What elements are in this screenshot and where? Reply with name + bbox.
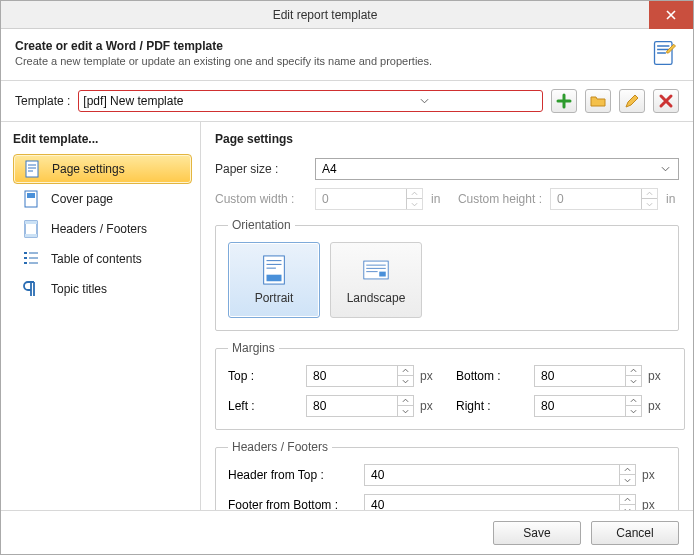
sidebar-item-page-settings[interactable]: Page settings — [13, 154, 192, 184]
step-up-icon[interactable] — [398, 396, 413, 406]
footer-from-bottom-value: 40 — [365, 498, 619, 510]
close-button[interactable] — [649, 1, 693, 29]
save-button[interactable]: Save — [493, 521, 581, 545]
add-template-button[interactable] — [551, 89, 577, 113]
step-down-icon — [407, 199, 422, 209]
sidebar-item-headers-footers[interactable]: Headers / Footers — [13, 214, 192, 244]
toc-icon — [21, 249, 41, 269]
template-combobox[interactable]: [pdf] New template — [78, 90, 543, 112]
margin-right-label: Right : — [456, 399, 528, 413]
svg-rect-8 — [267, 275, 282, 282]
unit-px: px — [420, 399, 444, 413]
step-down-icon[interactable] — [626, 406, 641, 416]
hf-legend: Headers / Footers — [228, 440, 332, 454]
margin-bottom-value: 80 — [535, 369, 625, 383]
close-icon — [666, 10, 676, 20]
stepper-buttons — [406, 189, 422, 209]
step-down-icon[interactable] — [398, 406, 413, 416]
sidebar-item-topic-titles[interactable]: Topic titles — [13, 274, 192, 304]
step-up-icon — [642, 189, 657, 199]
unit-px: px — [648, 369, 672, 383]
sidebar-title: Edit template... — [13, 132, 192, 146]
open-folder-button[interactable] — [585, 89, 611, 113]
paper-size-row: Paper size : A4 — [215, 158, 679, 180]
window-title: Edit report template — [1, 8, 649, 22]
step-up-icon[interactable] — [626, 366, 641, 376]
svg-rect-5 — [25, 221, 37, 224]
margin-left-label: Left : — [228, 399, 300, 413]
orientation-portrait[interactable]: Portrait — [228, 242, 320, 318]
orientation-portrait-label: Portrait — [255, 291, 294, 305]
custom-width-label: Custom width : — [215, 192, 307, 206]
stepper-buttons — [641, 189, 657, 209]
chevron-down-icon — [311, 98, 538, 104]
sidebar-item-label: Page settings — [52, 162, 125, 176]
step-down-icon[interactable] — [398, 376, 413, 386]
unit-px: px — [648, 399, 672, 413]
content-title: Page settings — [215, 132, 679, 146]
paper-size-label: Paper size : — [215, 162, 307, 176]
header-subtitle: Create a new template or update an exist… — [15, 55, 641, 67]
step-down-icon[interactable] — [620, 475, 635, 485]
margin-top-label: Top : — [228, 369, 300, 383]
paper-size-select[interactable]: A4 — [315, 158, 679, 180]
page-icon — [22, 159, 42, 179]
sidebar-item-label: Topic titles — [51, 282, 107, 296]
custom-height-stepper: 0 — [550, 188, 658, 210]
margin-top-value: 80 — [307, 369, 397, 383]
headers-footers-fieldset: Headers / Footers Header from Top : 40 p… — [215, 440, 679, 510]
cancel-button[interactable]: Cancel — [591, 521, 679, 545]
custom-size-row: Custom width : 0 in Custom height : 0 in — [215, 188, 679, 210]
pencil-icon — [624, 93, 640, 109]
step-up-icon[interactable] — [398, 366, 413, 376]
sidebar-item-label: Table of contents — [51, 252, 142, 266]
unit-px: px — [420, 369, 444, 383]
template-label: Template : — [15, 94, 70, 108]
custom-width-stepper: 0 — [315, 188, 423, 210]
custom-height-unit: in — [666, 192, 675, 206]
unit-px: px — [642, 468, 666, 482]
cover-icon — [21, 189, 41, 209]
margin-left-value: 80 — [307, 399, 397, 413]
edit-template-button[interactable] — [619, 89, 645, 113]
orientation-landscape-label: Landscape — [347, 291, 406, 305]
x-icon — [658, 93, 674, 109]
sidebar-item-toc[interactable]: Table of contents — [13, 244, 192, 274]
step-up-icon[interactable] — [620, 465, 635, 475]
margin-bottom-label: Bottom : — [456, 369, 528, 383]
svg-rect-6 — [25, 234, 37, 237]
custom-width-unit: in — [431, 192, 440, 206]
pilcrow-icon — [21, 279, 41, 299]
header-from-top-label: Header from Top : — [228, 468, 358, 482]
sidebar: Edit template... Page settings Cover pag… — [1, 122, 201, 510]
delete-template-button[interactable] — [653, 89, 679, 113]
titlebar: Edit report template — [1, 1, 693, 29]
step-up-icon[interactable] — [626, 396, 641, 406]
svg-rect-10 — [379, 272, 386, 277]
margins-legend: Margins — [228, 341, 279, 355]
folder-icon — [590, 93, 606, 109]
svg-rect-1 — [26, 161, 38, 177]
margin-left-stepper[interactable]: 80 — [306, 395, 414, 417]
margin-bottom-stepper[interactable]: 80 — [534, 365, 642, 387]
step-down-icon[interactable] — [626, 376, 641, 386]
unit-px: px — [642, 498, 666, 510]
step-up-icon[interactable] — [620, 495, 635, 505]
sidebar-item-label: Headers / Footers — [51, 222, 147, 236]
margins-fieldset: Margins Top : 80 px Bottom : 80 px Left … — [215, 341, 685, 430]
portrait-icon — [261, 255, 287, 285]
chevron-down-icon — [658, 166, 672, 172]
margin-top-stepper[interactable]: 80 — [306, 365, 414, 387]
header-from-top-value: 40 — [365, 468, 619, 482]
footer-from-bottom-stepper[interactable]: 40 — [364, 494, 636, 510]
footer-from-bottom-label: Footer from Bottom : — [228, 498, 358, 510]
sidebar-item-label: Cover page — [51, 192, 113, 206]
orientation-landscape[interactable]: Landscape — [330, 242, 422, 318]
margin-right-stepper[interactable]: 80 — [534, 395, 642, 417]
dialog-footer: Save Cancel — [1, 510, 693, 554]
sidebar-item-cover-page[interactable]: Cover page — [13, 184, 192, 214]
header-footer-icon — [21, 219, 41, 239]
header-from-top-stepper[interactable]: 40 — [364, 464, 636, 486]
template-row: Template : [pdf] New template — [1, 81, 693, 122]
margin-right-value: 80 — [535, 399, 625, 413]
